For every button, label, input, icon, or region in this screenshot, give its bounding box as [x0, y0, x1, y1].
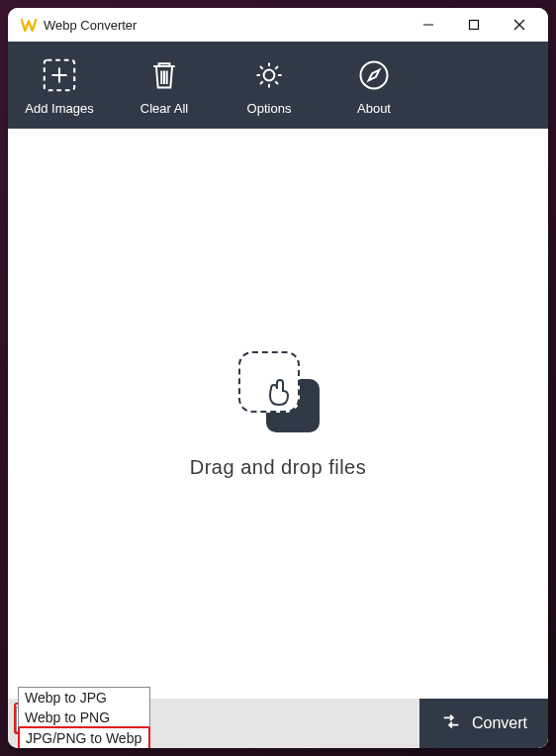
toolbar: Add Images Clear All Options About	[8, 42, 548, 129]
compass-icon	[354, 55, 394, 95]
minimize-button[interactable]	[406, 8, 451, 42]
format-dropdown: Webp to JPG Webp to PNG JPG/PNG to Webp	[18, 687, 150, 748]
options-label: Options	[247, 101, 292, 116]
drop-zone-text: Drag and drop files	[190, 456, 366, 479]
add-images-label: Add Images	[25, 101, 93, 116]
format-option[interactable]: Webp to JPG	[19, 688, 149, 708]
app-window: Webp Converter Add Images Clear All Opti…	[8, 8, 548, 748]
svg-rect-1	[470, 21, 479, 30]
trash-icon	[144, 55, 184, 95]
convert-button[interactable]: Convert	[419, 699, 548, 748]
about-button[interactable]: About	[330, 47, 417, 124]
close-button[interactable]	[497, 8, 542, 42]
convert-icon	[440, 710, 462, 736]
gear-icon	[249, 55, 289, 95]
add-images-button[interactable]: Add Images	[16, 47, 103, 124]
drop-zone-icon	[236, 349, 320, 432]
svg-point-8	[361, 61, 388, 88]
clear-all-button[interactable]: Clear All	[121, 47, 208, 124]
titlebar: Webp Converter	[8, 8, 548, 42]
format-option[interactable]: JPG/PNG to Webp	[18, 726, 150, 748]
clear-all-label: Clear All	[140, 101, 188, 116]
app-logo-icon	[20, 16, 38, 34]
options-button[interactable]: Options	[226, 47, 313, 124]
add-images-icon	[40, 55, 79, 95]
svg-point-7	[264, 69, 275, 80]
format-option[interactable]: Webp to PNG	[19, 708, 149, 727]
window-title: Webp Converter	[44, 18, 137, 33]
about-label: About	[357, 101, 391, 116]
drop-zone[interactable]: Drag and drop files	[8, 129, 548, 699]
maximize-button[interactable]	[451, 8, 497, 42]
convert-label: Convert	[472, 714, 527, 732]
